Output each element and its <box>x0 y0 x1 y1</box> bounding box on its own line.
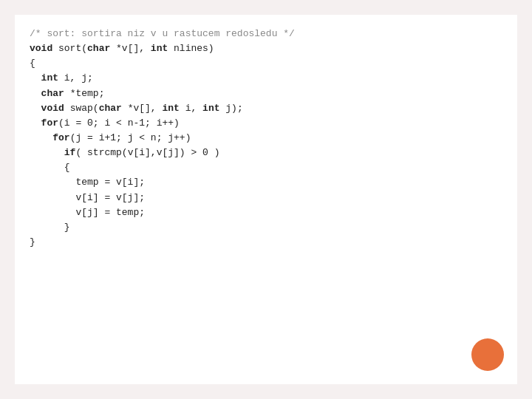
code-line: char *temp; <box>30 86 502 101</box>
code-line: for(i = 0; i < n-1; i++) <box>30 116 502 131</box>
code-line: { <box>30 56 502 71</box>
code-line: } <box>30 220 502 235</box>
code-line: int i, j; <box>30 71 502 86</box>
code-line: } <box>30 235 502 250</box>
code-line: temp = v[i]; <box>30 175 502 190</box>
code-line: v[i] = v[j]; <box>30 191 502 205</box>
code-line: void swap(char *v[], int i, int j); <box>30 101 502 116</box>
code-line: void sort(char *v[], int nlines) <box>30 41 502 56</box>
fab-button[interactable] <box>471 338 504 371</box>
code-line: { <box>30 160 502 175</box>
code-line: /* sort: sortira niz v u rastucem redosl… <box>30 27 502 41</box>
code-line: for(j = i+1; j < n; j++) <box>30 131 502 146</box>
code-line: v[j] = temp; <box>30 205 502 220</box>
code-block: /* sort: sortira niz v u rastucem redosl… <box>15 15 517 384</box>
code-line: if( strcmp(v[i],v[j]) > 0 ) <box>30 146 502 160</box>
